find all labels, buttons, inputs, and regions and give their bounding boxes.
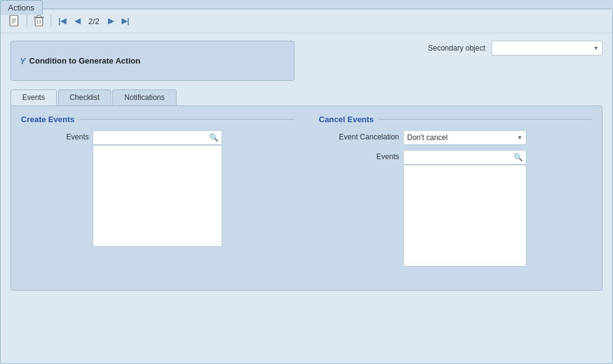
condition-box: Y Condition to Generate Action <box>10 41 294 81</box>
sub-tabs: Events Checklist Notifications <box>10 89 603 105</box>
create-events-header: Create Events <box>21 115 294 124</box>
condition-icon: Y <box>20 56 25 66</box>
condition-row: Y Condition to Generate Action Secondary… <box>10 41 603 81</box>
new-button[interactable] <box>8 14 22 28</box>
prev-page-button[interactable]: ◀ <box>71 15 83 27</box>
svg-rect-4 <box>35 18 43 26</box>
next-page-button[interactable]: ▶ <box>104 15 117 27</box>
tab-checklist[interactable]: Checklist <box>58 89 112 105</box>
create-events-search-input[interactable] <box>93 130 222 145</box>
content-area: Y Condition to Generate Action Secondary… <box>1 33 612 298</box>
tab-notifications[interactable]: Notifications <box>112 89 176 105</box>
outer-container: Actions <box>0 0 613 364</box>
actions-title: Actions <box>8 3 35 12</box>
secondary-object-select-wrapper <box>491 41 603 56</box>
actions-tab[interactable]: Actions <box>0 0 43 15</box>
cancel-events-title: Cancel Events <box>319 115 374 124</box>
page-counter: 2/2 <box>88 17 99 26</box>
separator-1 <box>27 15 27 27</box>
cancel-events-search-input[interactable] <box>403 150 527 165</box>
condition-label: Condition to Generate Action <box>29 56 140 65</box>
create-events-col: Create Events Events 🔍 <box>21 115 294 271</box>
svg-rect-6 <box>37 15 41 17</box>
cancellation-select[interactable]: Don't cancel Cancel all Cancel selected <box>403 130 527 145</box>
cancel-events-line <box>378 119 592 120</box>
cancel-events-list[interactable] <box>403 165 527 267</box>
cancellation-label: Event Cancelation <box>319 130 399 141</box>
cancel-events-label: Events <box>319 150 399 161</box>
cancel-events-header: Cancel Events <box>319 115 593 124</box>
cancel-cancellation-row: Event Cancelation Don't cancel Cancel al… <box>319 130 593 145</box>
events-panel: Create Events Events 🔍 <box>10 105 603 291</box>
main-panel: |◀ ◀ 2/2 ▶ ▶| Y Condition to Generate Ac… <box>0 9 613 364</box>
secondary-object-row: Secondary object <box>307 41 603 56</box>
create-events-list[interactable] <box>93 145 222 247</box>
cancel-events-field-row: Events 🔍 <box>319 150 593 267</box>
first-page-button[interactable]: |◀ <box>56 15 69 27</box>
cancel-events-col: Cancel Events Event Cancelation Don't ca… <box>319 115 593 271</box>
cancel-events-search-icon: 🔍 <box>514 153 523 162</box>
events-columns: Create Events Events 🔍 <box>21 115 592 271</box>
create-events-search-wrapper: 🔍 <box>93 130 222 145</box>
secondary-object-select[interactable] <box>491 41 603 56</box>
separator-2 <box>51 15 51 27</box>
create-events-search-icon: 🔍 <box>209 133 219 142</box>
delete-button[interactable] <box>32 14 46 28</box>
create-events-line <box>80 119 294 120</box>
secondary-object-label: Secondary object <box>428 44 485 52</box>
create-events-title: Create Events <box>21 115 75 124</box>
toolbar: |◀ ◀ 2/2 ▶ ▶| <box>1 9 612 33</box>
last-page-button[interactable]: ▶| <box>119 15 131 27</box>
create-events-label: Events <box>21 130 89 141</box>
cancellation-select-wrapper: Don't cancel Cancel all Cancel selected <box>403 130 527 145</box>
tab-events[interactable]: Events <box>10 89 57 105</box>
create-events-field-row: Events 🔍 <box>21 130 294 247</box>
cancel-events-search-wrapper: 🔍 <box>403 150 527 165</box>
